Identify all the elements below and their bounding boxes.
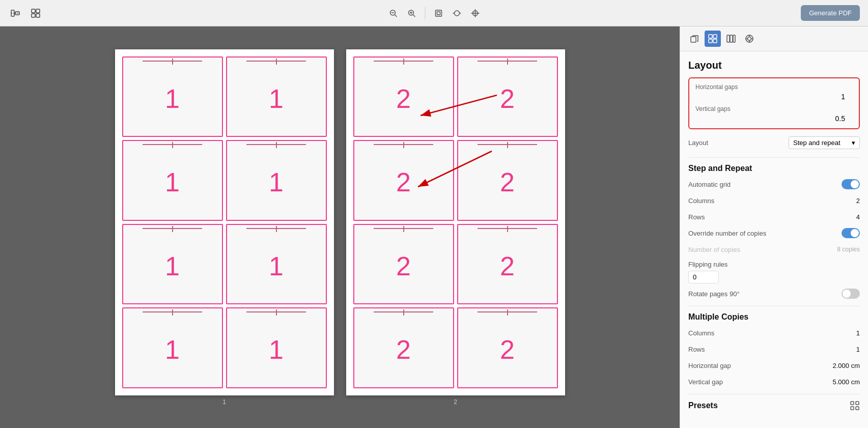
label-number: 2 — [396, 253, 411, 279]
label-number: 1 — [165, 336, 180, 363]
fullscreen-icon[interactable] — [468, 6, 482, 20]
panel-tab-grid[interactable] — [705, 31, 721, 47]
label-number: 1 — [269, 253, 284, 279]
svg-rect-39 — [851, 402, 854, 405]
label-card: 2 — [353, 307, 454, 388]
flipping-rules-input[interactable] — [688, 271, 719, 283]
center-tick — [403, 142, 404, 148]
presets-row: Presets — [688, 401, 860, 411]
toolbar-divider — [425, 7, 425, 19]
flipping-rules-label: Flipping rules — [688, 261, 727, 268]
rows-row: Rows 4 — [688, 211, 860, 223]
page-2-wrapper: 2 2 2 — [346, 49, 565, 406]
main: 1 1 1 — [0, 26, 868, 428]
v-gaps-label: Vertical gaps — [695, 105, 853, 112]
presets-label: Presets — [688, 401, 718, 410]
center-tick — [507, 59, 508, 65]
label-card: 1 — [122, 224, 223, 305]
mc-hgap-row: Horizontal gap 2.000 cm — [688, 359, 860, 372]
align-icon[interactable] — [8, 6, 22, 20]
automatic-grid-toggle[interactable] — [842, 179, 860, 189]
divider-3 — [688, 394, 860, 394]
grid-icon[interactable] — [29, 6, 43, 20]
svg-rect-25 — [691, 37, 696, 42]
canvas-relative: 1 1 1 — [115, 49, 565, 406]
presets-grid-icon[interactable] — [850, 401, 860, 411]
mc-vgap-label: Vertical gap — [688, 378, 723, 386]
v-gaps-input[interactable] — [695, 115, 853, 123]
rows-value: 4 — [856, 213, 860, 221]
label-card: 1 — [226, 307, 327, 388]
label-card: 2 — [457, 224, 558, 305]
multiple-copies-section: Multiple Copies Columns 1 Rows 1 Horizon… — [688, 312, 860, 388]
label-number: 2 — [500, 85, 515, 112]
override-copies-toggle[interactable] — [842, 228, 860, 238]
canvas-area: 1 1 1 — [0, 26, 680, 428]
label-card: 1 — [122, 56, 223, 137]
mc-vgap-row: Vertical gap 5.000 cm — [688, 376, 860, 388]
label-card: 2 — [353, 224, 454, 305]
svg-rect-15 — [437, 12, 440, 15]
label-card: 2 — [457, 56, 558, 137]
h-gaps-input[interactable] — [695, 93, 853, 101]
center-tick — [403, 309, 404, 316]
divider-2 — [688, 306, 860, 306]
panel-tab-copy[interactable] — [686, 31, 703, 47]
divider-1 — [688, 157, 860, 158]
mc-vgap-value: 5.000 cm — [833, 378, 860, 386]
svg-rect-28 — [709, 39, 712, 43]
svg-rect-4 — [36, 9, 40, 13]
rotate-pages-label: Rotate pages 90° — [688, 290, 740, 298]
center-tick — [172, 142, 173, 148]
number-of-copies-label: Number of copies — [688, 246, 740, 253]
toolbar-center — [386, 6, 482, 20]
center-tick — [507, 309, 508, 316]
label-number: 2 — [396, 336, 411, 363]
generate-pdf-button[interactable]: Generate PDF — [801, 5, 860, 21]
svg-point-34 — [748, 37, 751, 41]
fit-width-icon[interactable] — [450, 6, 464, 20]
center-tick — [276, 226, 277, 232]
flipping-rules-block: Flipping rules — [688, 260, 860, 283]
page-1-wrapper: 1 1 1 — [115, 49, 334, 406]
svg-line-13 — [413, 15, 415, 17]
right-panel: Layout Horizontal gaps Vertical gaps Lay… — [680, 26, 868, 428]
mc-hgap-label: Horizontal gap — [688, 362, 731, 369]
label-number: 1 — [269, 169, 284, 195]
mc-columns-row: Columns 1 — [688, 327, 860, 339]
h-gaps-label: Horizontal gaps — [695, 83, 853, 91]
panel-tab-columns[interactable] — [723, 31, 739, 47]
page-2-label: 2 — [454, 398, 457, 406]
label-number: 2 — [500, 169, 515, 195]
center-tick — [172, 309, 173, 316]
mc-rows-row: Rows 1 — [688, 343, 860, 355]
label-number: 1 — [269, 85, 284, 112]
zoom-in-icon[interactable] — [404, 6, 418, 20]
dropdown-chevron-icon: ▾ — [852, 139, 855, 147]
toolbar-left — [8, 6, 43, 20]
label-number: 2 — [500, 336, 515, 363]
override-copies-label: Override number of copies — [688, 230, 766, 237]
label-card: 1 — [226, 224, 327, 305]
panel-tab-target[interactable] — [741, 31, 758, 47]
label-card: 1 — [226, 140, 327, 221]
automatic-grid-row: Automatic grid — [688, 178, 860, 190]
rotate-pages-toggle[interactable] — [842, 289, 860, 299]
toolbar-right: Generate PDF — [801, 5, 860, 21]
svg-rect-26 — [709, 35, 712, 38]
panel-content: Layout Horizontal gaps Vertical gaps Lay… — [680, 51, 868, 419]
svg-rect-32 — [733, 35, 735, 42]
pages-container: 1 1 1 — [115, 49, 565, 406]
columns-row: Columns 2 — [688, 194, 860, 207]
center-tick — [507, 226, 508, 232]
svg-rect-6 — [36, 14, 40, 17]
fit-page-icon[interactable] — [431, 6, 445, 20]
layout-highlight-box: Horizontal gaps Vertical gaps — [688, 77, 860, 129]
rows-label: Rows — [688, 213, 705, 221]
number-of-copies-value: 8 copies — [837, 246, 860, 253]
layout-dropdown[interactable]: Step and repeat ▾ — [789, 136, 860, 149]
zoom-out-icon[interactable] — [386, 6, 400, 20]
layout-dropdown-value: Step and repeat — [793, 139, 841, 147]
override-copies-row: Override number of copies — [688, 227, 860, 239]
panel-icons — [680, 26, 868, 51]
